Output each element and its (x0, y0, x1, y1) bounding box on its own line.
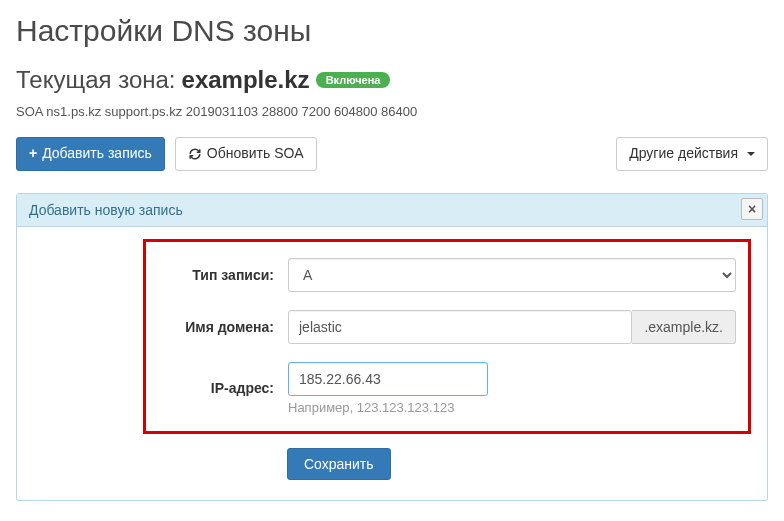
close-panel-button[interactable]: × (741, 198, 763, 220)
record-type-row: Тип записи: A (158, 258, 736, 292)
panel-heading-text: Добавить новую запись (29, 202, 183, 218)
panel-body: Тип записи: A Имя домена: .example.kz. I… (17, 227, 767, 500)
ip-address-label: IP-адрес: (158, 380, 288, 396)
panel-heading: Добавить новую запись × (17, 194, 767, 227)
record-type-select[interactable]: A (288, 258, 736, 292)
add-record-label: Добавить запись (42, 144, 152, 164)
refresh-soa-button[interactable]: Обновить SOA (175, 137, 317, 171)
record-type-label: Тип записи: (158, 267, 288, 283)
ip-address-hint: Например, 123.123.123.123 (288, 400, 736, 415)
highlighted-form-area: Тип записи: A Имя домена: .example.kz. I… (143, 239, 751, 434)
chevron-down-icon (747, 152, 755, 156)
toolbar: Добавить запись Обновить SOA Другие дейс… (16, 137, 768, 171)
zone-status-badge: Включена (316, 72, 391, 88)
domain-name-input[interactable] (288, 310, 632, 344)
current-zone-line: Текущая зона: example.kz Включена (16, 66, 768, 94)
soa-record-text: SOA ns1.ps.kz support.ps.kz 2019031103 2… (16, 104, 768, 119)
add-record-panel: Добавить новую запись × Тип записи: A Им… (16, 193, 768, 501)
domain-suffix-addon: .example.kz. (632, 310, 736, 344)
add-record-button[interactable]: Добавить запись (16, 137, 165, 171)
current-zone-label: Текущая зона: (16, 66, 176, 94)
other-actions-button[interactable]: Другие действия (616, 137, 768, 171)
zone-name: example.kz (182, 66, 310, 94)
domain-name-row: Имя домена: .example.kz. (158, 310, 736, 344)
page-title: Настройки DNS зоны (16, 14, 768, 48)
save-button[interactable]: Сохранить (287, 448, 391, 480)
close-icon: × (748, 201, 756, 217)
domain-name-label: Имя домена: (158, 319, 288, 335)
save-row: Сохранить (287, 448, 751, 480)
other-actions-label: Другие действия (629, 144, 738, 164)
refresh-soa-label: Обновить SOA (207, 144, 304, 164)
ip-address-row: IP-адрес: Например, 123.123.123.123 (158, 362, 736, 415)
plus-icon (29, 144, 37, 164)
refresh-icon (188, 147, 202, 161)
ip-address-input[interactable] (288, 362, 488, 396)
